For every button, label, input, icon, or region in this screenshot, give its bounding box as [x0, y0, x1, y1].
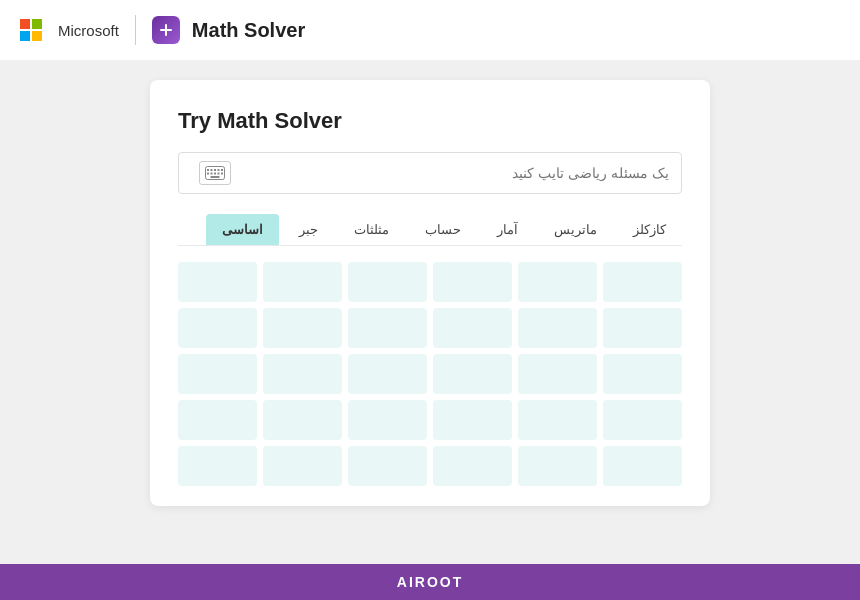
- math-btn[interactable]: [178, 308, 257, 348]
- footer-label: AIROOT: [397, 574, 463, 590]
- math-btn[interactable]: [518, 400, 597, 440]
- math-btn[interactable]: [518, 354, 597, 394]
- math-btn[interactable]: [518, 446, 597, 486]
- ms-sq-red: [20, 19, 30, 29]
- microsoft-logo: [20, 19, 42, 41]
- svg-rect-10: [221, 173, 223, 175]
- tab-matrices[interactable]: ماتریس: [538, 214, 613, 245]
- math-buttons-grid: [178, 262, 682, 486]
- math-btn[interactable]: [348, 354, 427, 394]
- card-title: Try Math Solver: [178, 108, 682, 134]
- keyboard-icon[interactable]: [199, 161, 231, 185]
- card: Try Math Solver: [150, 80, 710, 506]
- math-btn[interactable]: [603, 262, 682, 302]
- microsoft-logo-grid: [20, 19, 42, 41]
- math-btn[interactable]: [603, 354, 682, 394]
- ms-sq-yellow: [32, 31, 42, 41]
- svg-rect-8: [214, 173, 216, 175]
- math-btn[interactable]: [178, 446, 257, 486]
- tab-algebra[interactable]: جبر: [283, 214, 334, 245]
- math-btn[interactable]: [518, 262, 597, 302]
- svg-rect-3: [214, 169, 216, 171]
- microsoft-label: Microsoft: [58, 22, 119, 39]
- svg-rect-5: [221, 169, 223, 171]
- svg-rect-2: [211, 169, 213, 171]
- math-btn[interactable]: [263, 308, 342, 348]
- math-btn[interactable]: [263, 262, 342, 302]
- math-btn[interactable]: [433, 446, 512, 486]
- math-btn[interactable]: [263, 354, 342, 394]
- svg-rect-9: [218, 173, 220, 175]
- search-bar: [178, 152, 682, 194]
- tab-basic[interactable]: اساسی: [206, 214, 279, 245]
- math-btn[interactable]: [603, 446, 682, 486]
- tabs-row: کازکلز ماتریس آمار حساب مثلثات جبر اساسی: [178, 214, 682, 246]
- main-content: Try Math Solver: [0, 60, 860, 564]
- topbar-divider: [135, 15, 136, 45]
- math-btn[interactable]: [603, 308, 682, 348]
- math-btn[interactable]: [433, 308, 512, 348]
- math-btn[interactable]: [433, 400, 512, 440]
- math-btn[interactable]: [263, 400, 342, 440]
- math-btn[interactable]: [263, 446, 342, 486]
- math-btn[interactable]: [518, 308, 597, 348]
- svg-rect-4: [218, 169, 220, 171]
- math-search-input[interactable]: [231, 165, 669, 181]
- math-btn[interactable]: [178, 354, 257, 394]
- tab-calculators[interactable]: کازکلز: [617, 214, 682, 245]
- math-btn[interactable]: [603, 400, 682, 440]
- math-btn[interactable]: [348, 262, 427, 302]
- svg-rect-6: [207, 173, 209, 175]
- svg-rect-11: [211, 176, 220, 178]
- math-btn[interactable]: [348, 446, 427, 486]
- ms-sq-blue: [20, 31, 30, 41]
- footer-bar: AIROOT: [0, 564, 860, 600]
- math-btn[interactable]: [433, 354, 512, 394]
- ms-sq-green: [32, 19, 42, 29]
- math-btn[interactable]: [433, 262, 512, 302]
- math-btn[interactable]: [178, 262, 257, 302]
- svg-rect-1: [207, 169, 209, 171]
- tab-triangles[interactable]: مثلثات: [338, 214, 405, 245]
- app-title: Math Solver: [192, 19, 305, 42]
- math-btn[interactable]: [348, 400, 427, 440]
- math-solver-icon: [152, 16, 180, 44]
- tab-calculus[interactable]: حساب: [409, 214, 477, 245]
- math-btn[interactable]: [178, 400, 257, 440]
- math-btn[interactable]: [348, 308, 427, 348]
- topbar: Microsoft Math Solver: [0, 0, 860, 60]
- tab-stats[interactable]: آمار: [481, 214, 534, 245]
- svg-rect-7: [211, 173, 213, 175]
